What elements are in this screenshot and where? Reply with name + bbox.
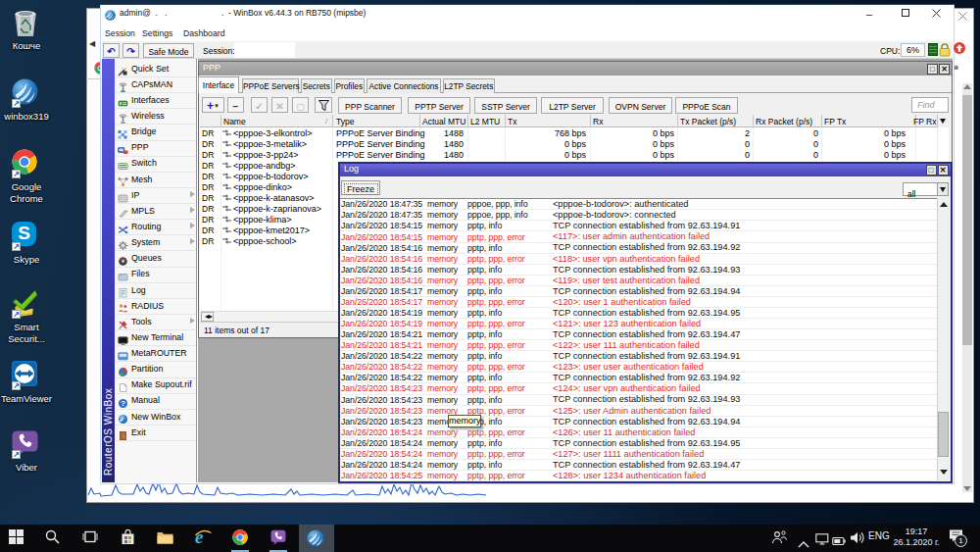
svg-text:?: ? <box>121 399 125 408</box>
